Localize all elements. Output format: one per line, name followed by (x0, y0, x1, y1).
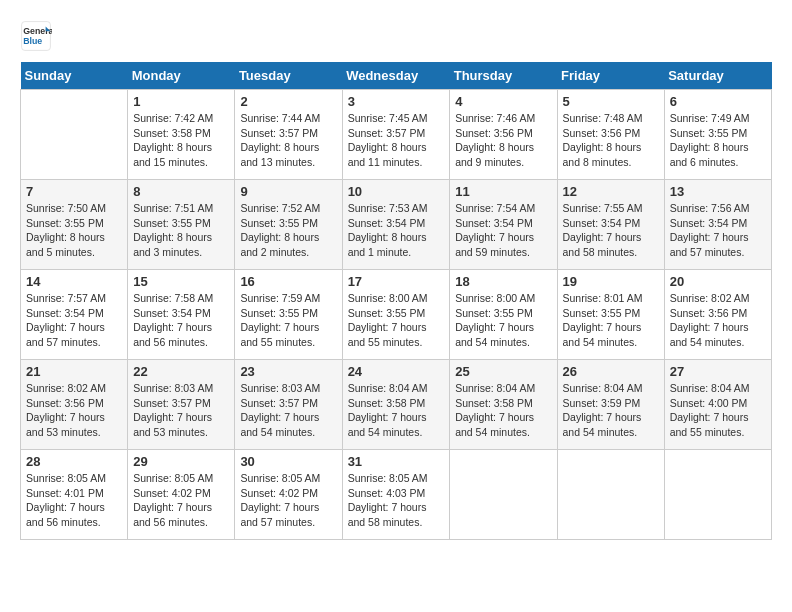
calendar-table: SundayMondayTuesdayWednesdayThursdayFrid… (20, 62, 772, 540)
calendar-cell: 19Sunrise: 8:01 AM Sunset: 3:55 PM Dayli… (557, 270, 664, 360)
cell-content: Sunrise: 8:05 AM Sunset: 4:02 PM Dayligh… (133, 471, 229, 530)
day-number: 28 (26, 454, 122, 469)
day-number: 7 (26, 184, 122, 199)
cell-content: Sunrise: 7:51 AM Sunset: 3:55 PM Dayligh… (133, 201, 229, 260)
cell-content: Sunrise: 7:45 AM Sunset: 3:57 PM Dayligh… (348, 111, 445, 170)
day-number: 15 (133, 274, 229, 289)
day-number: 17 (348, 274, 445, 289)
day-number: 23 (240, 364, 336, 379)
cell-content: Sunrise: 7:48 AM Sunset: 3:56 PM Dayligh… (563, 111, 659, 170)
cell-content: Sunrise: 8:01 AM Sunset: 3:55 PM Dayligh… (563, 291, 659, 350)
day-number: 4 (455, 94, 551, 109)
day-number: 5 (563, 94, 659, 109)
calendar-cell: 10Sunrise: 7:53 AM Sunset: 3:54 PM Dayli… (342, 180, 450, 270)
logo: General Blue (20, 20, 52, 52)
calendar-cell: 6Sunrise: 7:49 AM Sunset: 3:55 PM Daylig… (664, 90, 771, 180)
day-number: 25 (455, 364, 551, 379)
calendar-cell: 16Sunrise: 7:59 AM Sunset: 3:55 PM Dayli… (235, 270, 342, 360)
cell-content: Sunrise: 8:00 AM Sunset: 3:55 PM Dayligh… (348, 291, 445, 350)
cell-content: Sunrise: 8:02 AM Sunset: 3:56 PM Dayligh… (26, 381, 122, 440)
cell-content: Sunrise: 8:04 AM Sunset: 3:59 PM Dayligh… (563, 381, 659, 440)
calendar-cell: 18Sunrise: 8:00 AM Sunset: 3:55 PM Dayli… (450, 270, 557, 360)
day-number: 30 (240, 454, 336, 469)
svg-text:General: General (23, 26, 52, 36)
calendar-cell: 5Sunrise: 7:48 AM Sunset: 3:56 PM Daylig… (557, 90, 664, 180)
day-number: 27 (670, 364, 766, 379)
cell-content: Sunrise: 8:04 AM Sunset: 3:58 PM Dayligh… (348, 381, 445, 440)
day-header-wednesday: Wednesday (342, 62, 450, 90)
days-of-week-row: SundayMondayTuesdayWednesdayThursdayFrid… (21, 62, 772, 90)
day-header-saturday: Saturday (664, 62, 771, 90)
cell-content: Sunrise: 8:00 AM Sunset: 3:55 PM Dayligh… (455, 291, 551, 350)
cell-content: Sunrise: 8:04 AM Sunset: 3:58 PM Dayligh… (455, 381, 551, 440)
calendar-cell: 17Sunrise: 8:00 AM Sunset: 3:55 PM Dayli… (342, 270, 450, 360)
calendar-cell: 1Sunrise: 7:42 AM Sunset: 3:58 PM Daylig… (128, 90, 235, 180)
day-number: 11 (455, 184, 551, 199)
day-number: 13 (670, 184, 766, 199)
calendar-cell: 8Sunrise: 7:51 AM Sunset: 3:55 PM Daylig… (128, 180, 235, 270)
day-number: 19 (563, 274, 659, 289)
calendar-cell (557, 450, 664, 540)
calendar-cell: 2Sunrise: 7:44 AM Sunset: 3:57 PM Daylig… (235, 90, 342, 180)
calendar-cell: 14Sunrise: 7:57 AM Sunset: 3:54 PM Dayli… (21, 270, 128, 360)
calendar-cell: 27Sunrise: 8:04 AM Sunset: 4:00 PM Dayli… (664, 360, 771, 450)
cell-content: Sunrise: 7:53 AM Sunset: 3:54 PM Dayligh… (348, 201, 445, 260)
calendar-cell (664, 450, 771, 540)
calendar-cell: 21Sunrise: 8:02 AM Sunset: 3:56 PM Dayli… (21, 360, 128, 450)
calendar-cell: 20Sunrise: 8:02 AM Sunset: 3:56 PM Dayli… (664, 270, 771, 360)
day-number: 16 (240, 274, 336, 289)
cell-content: Sunrise: 8:05 AM Sunset: 4:01 PM Dayligh… (26, 471, 122, 530)
calendar-cell: 23Sunrise: 8:03 AM Sunset: 3:57 PM Dayli… (235, 360, 342, 450)
cell-content: Sunrise: 8:05 AM Sunset: 4:02 PM Dayligh… (240, 471, 336, 530)
day-number: 6 (670, 94, 766, 109)
day-header-sunday: Sunday (21, 62, 128, 90)
calendar-cell: 28Sunrise: 8:05 AM Sunset: 4:01 PM Dayli… (21, 450, 128, 540)
cell-content: Sunrise: 7:59 AM Sunset: 3:55 PM Dayligh… (240, 291, 336, 350)
calendar-week-1: 1Sunrise: 7:42 AM Sunset: 3:58 PM Daylig… (21, 90, 772, 180)
cell-content: Sunrise: 8:03 AM Sunset: 3:57 PM Dayligh… (133, 381, 229, 440)
calendar-cell: 12Sunrise: 7:55 AM Sunset: 3:54 PM Dayli… (557, 180, 664, 270)
calendar-cell: 29Sunrise: 8:05 AM Sunset: 4:02 PM Dayli… (128, 450, 235, 540)
svg-text:Blue: Blue (23, 36, 42, 46)
day-number: 3 (348, 94, 445, 109)
day-number: 2 (240, 94, 336, 109)
cell-content: Sunrise: 8:03 AM Sunset: 3:57 PM Dayligh… (240, 381, 336, 440)
calendar-week-3: 14Sunrise: 7:57 AM Sunset: 3:54 PM Dayli… (21, 270, 772, 360)
calendar-cell: 24Sunrise: 8:04 AM Sunset: 3:58 PM Dayli… (342, 360, 450, 450)
cell-content: Sunrise: 7:56 AM Sunset: 3:54 PM Dayligh… (670, 201, 766, 260)
calendar-cell: 15Sunrise: 7:58 AM Sunset: 3:54 PM Dayli… (128, 270, 235, 360)
calendar-header: SundayMondayTuesdayWednesdayThursdayFrid… (21, 62, 772, 90)
cell-content: Sunrise: 7:50 AM Sunset: 3:55 PM Dayligh… (26, 201, 122, 260)
day-number: 22 (133, 364, 229, 379)
cell-content: Sunrise: 7:49 AM Sunset: 3:55 PM Dayligh… (670, 111, 766, 170)
calendar-cell: 9Sunrise: 7:52 AM Sunset: 3:55 PM Daylig… (235, 180, 342, 270)
cell-content: Sunrise: 7:42 AM Sunset: 3:58 PM Dayligh… (133, 111, 229, 170)
day-header-tuesday: Tuesday (235, 62, 342, 90)
day-header-thursday: Thursday (450, 62, 557, 90)
day-header-monday: Monday (128, 62, 235, 90)
calendar-cell: 26Sunrise: 8:04 AM Sunset: 3:59 PM Dayli… (557, 360, 664, 450)
cell-content: Sunrise: 7:46 AM Sunset: 3:56 PM Dayligh… (455, 111, 551, 170)
day-number: 10 (348, 184, 445, 199)
calendar-cell (450, 450, 557, 540)
day-header-friday: Friday (557, 62, 664, 90)
calendar-cell: 30Sunrise: 8:05 AM Sunset: 4:02 PM Dayli… (235, 450, 342, 540)
calendar-week-4: 21Sunrise: 8:02 AM Sunset: 3:56 PM Dayli… (21, 360, 772, 450)
calendar-body: 1Sunrise: 7:42 AM Sunset: 3:58 PM Daylig… (21, 90, 772, 540)
day-number: 14 (26, 274, 122, 289)
cell-content: Sunrise: 8:02 AM Sunset: 3:56 PM Dayligh… (670, 291, 766, 350)
calendar-cell: 25Sunrise: 8:04 AM Sunset: 3:58 PM Dayli… (450, 360, 557, 450)
day-number: 31 (348, 454, 445, 469)
calendar-cell (21, 90, 128, 180)
cell-content: Sunrise: 7:44 AM Sunset: 3:57 PM Dayligh… (240, 111, 336, 170)
calendar-cell: 31Sunrise: 8:05 AM Sunset: 4:03 PM Dayli… (342, 450, 450, 540)
day-number: 9 (240, 184, 336, 199)
page-header: General Blue (20, 20, 772, 52)
day-number: 29 (133, 454, 229, 469)
calendar-cell: 7Sunrise: 7:50 AM Sunset: 3:55 PM Daylig… (21, 180, 128, 270)
cell-content: Sunrise: 8:05 AM Sunset: 4:03 PM Dayligh… (348, 471, 445, 530)
cell-content: Sunrise: 8:04 AM Sunset: 4:00 PM Dayligh… (670, 381, 766, 440)
day-number: 24 (348, 364, 445, 379)
calendar-cell: 11Sunrise: 7:54 AM Sunset: 3:54 PM Dayli… (450, 180, 557, 270)
cell-content: Sunrise: 7:55 AM Sunset: 3:54 PM Dayligh… (563, 201, 659, 260)
